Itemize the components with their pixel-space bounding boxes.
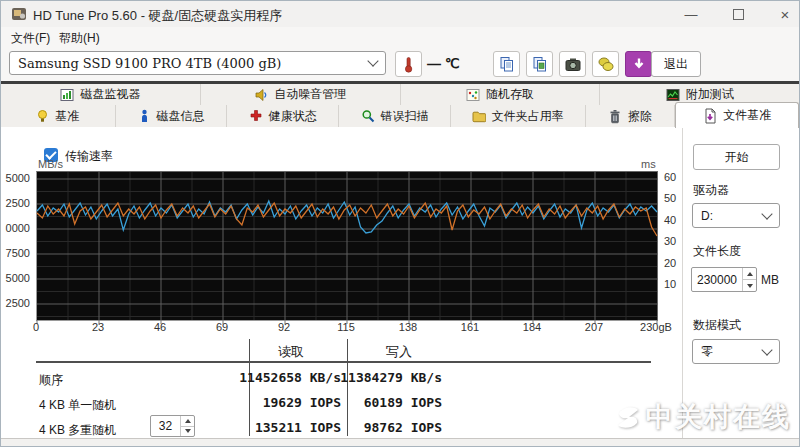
registration-button[interactable]	[592, 51, 619, 77]
left-axis-ticks: 500025000000750050002500	[1, 171, 32, 319]
minimize-icon: —	[685, 7, 698, 22]
data-mode-select[interactable]: 零	[692, 339, 780, 364]
x-axis-tick: 207	[569, 321, 619, 333]
zol-watermark-text: 中关村在线	[646, 399, 791, 435]
maximize-icon	[733, 9, 744, 20]
copy-image-button[interactable]	[526, 51, 553, 77]
file-benchmark-panel: 传输速率 MB/s ms 500025000000750050002500 60…	[1, 127, 799, 447]
left-axis-unit: MB/s	[38, 158, 63, 170]
data-mode-value: 零	[701, 343, 763, 360]
tab-file-benchmark[interactable]: 文件基准	[675, 102, 799, 128]
random-access-icon	[466, 88, 480, 102]
write-column-header: 写入	[386, 343, 412, 361]
stepper-arrows[interactable]	[742, 268, 756, 291]
file-length-label: 文件长度	[693, 243, 741, 260]
x-axis-tick: 138	[383, 321, 433, 333]
tab-label: 擦除	[628, 108, 652, 125]
tab-label: 健康状态	[269, 108, 317, 125]
info-icon	[138, 109, 151, 123]
read-column-header: 读取	[278, 343, 304, 361]
menu-file[interactable]: 文件(F)	[11, 30, 50, 47]
table-header-rule	[36, 361, 651, 363]
right-axis-tick: 60	[664, 171, 676, 183]
drive-select-value: Samsung SSD 9100 PRO 4TB (4000 gB)	[18, 56, 369, 71]
table-divider-1	[249, 339, 250, 436]
left-axis-tick: 5000	[6, 172, 30, 184]
up-arrow-icon	[185, 419, 191, 423]
tab-label: 错误扫描	[381, 108, 429, 125]
transfer-rate-chart	[36, 171, 658, 321]
title-bar: HD Tune Pro 5.60 - 硬盘/固态硬盘实用程序 — ×	[1, 1, 799, 27]
target-drive-value: D:	[701, 209, 763, 223]
target-drive-select[interactable]: D:	[692, 203, 780, 228]
app-icon	[11, 6, 27, 22]
save-results-button[interactable]	[625, 51, 652, 77]
chevron-down-icon	[761, 344, 772, 355]
drive-label: 驱动器	[693, 182, 729, 199]
right-axis-tick: 40	[664, 214, 676, 226]
close-button[interactable]: ×	[763, 1, 800, 27]
table-divider-2	[347, 339, 348, 436]
sequential-write-value: 11384279 KB/s	[340, 370, 442, 385]
stepper-arrows[interactable]	[180, 416, 194, 436]
temperature-unit: ℃	[445, 56, 460, 71]
tab-erase[interactable]: 擦除	[586, 105, 676, 127]
temperature-button[interactable]	[395, 51, 422, 77]
x-axis-tick: 69	[197, 321, 247, 333]
right-axis-ticks: 605040302010	[660, 171, 682, 319]
row-4kb-single-label: 4 KB 单一随机	[39, 397, 116, 414]
tab-label: 文件夹占用率	[492, 108, 564, 125]
copy-text-button[interactable]	[493, 51, 520, 77]
x-axis-tick: 92	[259, 321, 309, 333]
transfer-rate-label: 传输速率	[65, 148, 113, 165]
menu-help[interactable]: 帮助(H)	[59, 30, 100, 47]
file-length-stepper[interactable]: 230000	[691, 267, 757, 292]
download-arrow-icon	[631, 56, 647, 72]
left-axis-tick: 2500	[6, 197, 30, 209]
data-mode-label: 数据模式	[693, 317, 741, 334]
tab-folder-usage[interactable]: 文件夹占用率	[451, 105, 586, 127]
4kb-single-read-value: 19629 IOPS	[263, 395, 341, 410]
tab-label: 基准	[55, 108, 79, 125]
exit-button[interactable]: 退出	[651, 51, 701, 77]
x-axis-tick: 115	[321, 321, 371, 333]
tab-disk-info[interactable]: 磁盘信息	[116, 105, 228, 127]
tab-random-access[interactable]: 随机存取	[401, 84, 601, 105]
x-axis-tick: 0	[11, 321, 61, 333]
tab-disk-monitor[interactable]: 磁盘监视器	[1, 84, 201, 105]
panel-divider	[682, 127, 683, 438]
file-length-value: 230000	[692, 268, 742, 291]
chevron-down-icon	[367, 55, 378, 66]
right-axis-tick: 10	[664, 278, 676, 290]
exit-label: 退出	[664, 56, 688, 73]
tab-noise-management[interactable]: 自动噪音管理	[201, 84, 401, 105]
tab-row-2: 基准 磁盘信息 健康状态 错误扫描 文件夹占用率	[1, 105, 799, 128]
menu-bar: 文件(F) 帮助(H)	[1, 27, 799, 48]
tab-error-scan[interactable]: 错误扫描	[339, 105, 451, 127]
minimize-button[interactable]: —	[669, 1, 713, 27]
tab-benchmark[interactable]: 基准	[1, 105, 116, 127]
drive-select-dropdown[interactable]: Samsung SSD 9100 PRO 4TB (4000 gB)	[9, 51, 386, 75]
copy-image-icon	[531, 56, 549, 73]
x-axis-tick: 46	[135, 321, 185, 333]
right-axis-unit: ms	[641, 158, 656, 170]
thermometer-icon	[403, 56, 414, 73]
start-button[interactable]: 开始	[693, 144, 780, 170]
maximize-button[interactable]	[716, 1, 760, 27]
screenshot-button[interactable]	[559, 51, 586, 77]
magnifier-icon	[361, 109, 375, 123]
tab-label: 随机存取	[486, 86, 534, 103]
close-icon: ×	[781, 6, 790, 23]
speaker-icon	[254, 88, 268, 102]
4kb-multi-write-value: 98762 IOPS	[364, 420, 442, 435]
queue-depth-stepper[interactable]: 32	[150, 415, 195, 437]
sequential-read-value: 11452658 KB/s	[239, 370, 341, 385]
extra-tests-icon	[666, 88, 680, 102]
4kb-single-write-value: 60189 IOPS	[364, 395, 442, 410]
bulb-icon	[36, 109, 49, 123]
down-arrow-icon	[747, 284, 753, 288]
camera-icon	[564, 57, 582, 72]
tab-health-status[interactable]: 健康状态	[227, 105, 339, 127]
tab-label: 磁盘监视器	[80, 86, 140, 103]
x-axis-tick: 230gB	[631, 321, 681, 333]
